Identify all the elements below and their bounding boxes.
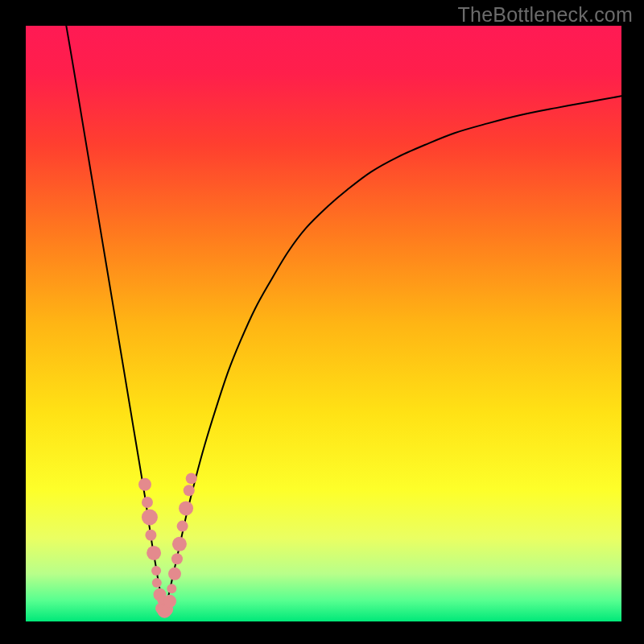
chart-plot	[0, 0, 644, 644]
marker-point	[171, 553, 183, 564]
gradient-background	[26, 26, 621, 621]
marker-point	[145, 530, 156, 541]
marker-point	[179, 501, 193, 515]
marker-point	[142, 510, 158, 526]
marker-point	[184, 485, 195, 496]
marker-point	[177, 521, 188, 532]
marker-point	[186, 473, 197, 484]
marker-point	[168, 568, 181, 580]
watermark-text: TheBottleneck.com	[458, 3, 633, 27]
marker-point	[138, 478, 151, 491]
marker-point	[167, 584, 176, 593]
marker-point	[152, 578, 162, 588]
marker-point	[147, 546, 161, 560]
marker-point	[142, 497, 153, 508]
marker-point	[151, 566, 161, 576]
chart-frame: TheBottleneck.com	[0, 0, 644, 644]
marker-point	[163, 595, 176, 608]
marker-point	[172, 537, 187, 551]
